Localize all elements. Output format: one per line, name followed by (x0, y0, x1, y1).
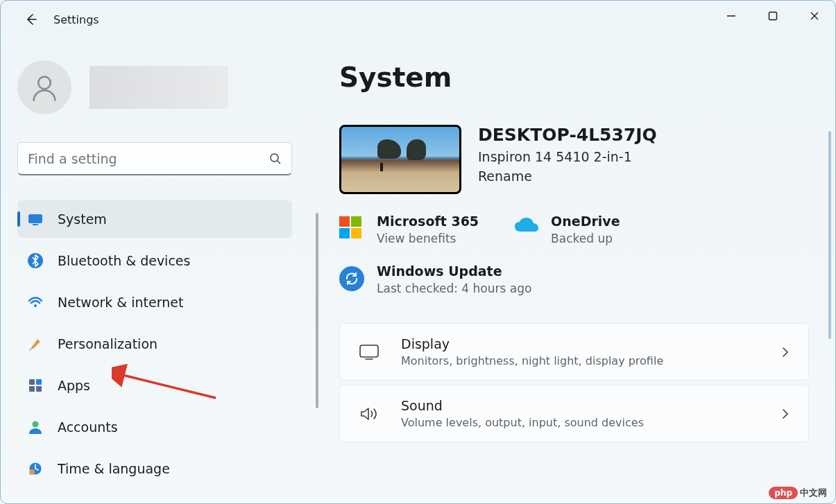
watermark: php 中文网 (769, 487, 827, 499)
svg-rect-0 (769, 12, 777, 20)
sound-icon (357, 401, 382, 426)
sidebar-item-network[interactable]: Network & internet (17, 284, 292, 321)
quick-sub: View benefits (377, 232, 479, 245)
sidebar-item-label: Network & internet (58, 295, 183, 310)
svg-rect-9 (29, 386, 35, 392)
onedrive-link[interactable]: OneDrive Backed up (513, 214, 620, 245)
svg-point-11 (33, 422, 39, 428)
sidebar-item-system[interactable]: System (17, 200, 292, 238)
back-button[interactable] (19, 7, 44, 32)
quick-title: Microsoft 365 (377, 214, 479, 229)
svg-point-1 (38, 77, 51, 89)
update-title: Windows Update (377, 263, 531, 279)
quick-sub: Backed up (551, 232, 620, 245)
quick-title: OneDrive (551, 214, 620, 229)
chevron-right-icon (779, 408, 792, 420)
svg-point-2 (271, 154, 278, 162)
page-title: System (339, 62, 809, 93)
sidebar-item-accounts[interactable]: Accounts (17, 408, 292, 446)
display-icon (357, 340, 382, 365)
rename-link[interactable]: Rename (478, 168, 532, 184)
svg-rect-8 (36, 379, 42, 385)
svg-point-6 (34, 304, 37, 307)
avatar (17, 60, 71, 114)
wifi-icon (27, 294, 44, 311)
bluetooth-icon (27, 252, 44, 269)
sidebar-scrollbar[interactable] (316, 213, 318, 408)
clock-globe-icon (27, 460, 44, 477)
profile-name-placeholder (89, 66, 228, 109)
svg-rect-3 (28, 214, 42, 223)
sidebar: System Bluetooth & devices Network & int… (1, 38, 320, 503)
minimize-button[interactable] (710, 1, 752, 31)
sidebar-item-label: Time & language (58, 461, 170, 476)
maximize-button[interactable] (752, 1, 794, 31)
sidebar-item-label: Personalization (58, 336, 157, 351)
microsoft-365-link[interactable]: Microsoft 365 View benefits (339, 214, 479, 245)
sidebar-item-time[interactable]: Time & language (17, 450, 292, 487)
watermark-text: 中文网 (800, 487, 827, 499)
person-icon (27, 419, 44, 435)
search-icon (269, 153, 282, 165)
sidebar-item-bluetooth[interactable]: Bluetooth & devices (17, 242, 292, 279)
wallpaper-thumbnail[interactable] (339, 125, 461, 194)
svg-rect-15 (360, 345, 378, 357)
search-input[interactable] (28, 151, 269, 166)
svg-rect-10 (36, 386, 42, 392)
monitor-icon (27, 211, 44, 227)
chevron-right-icon (779, 346, 792, 358)
apps-icon (27, 377, 44, 394)
brush-icon (27, 336, 44, 352)
card-sub: Monitors, brightness, night light, displ… (401, 354, 779, 367)
main-content: System DESKTOP-4L537JQ Inspiron 14 5410 … (320, 38, 835, 503)
windows-update-link[interactable]: Windows Update Last checked: 4 hours ago (339, 263, 809, 295)
device-name: DESKTOP-4L537JQ (478, 125, 657, 145)
profile-section[interactable] (17, 60, 305, 114)
search-box[interactable] (17, 142, 292, 175)
card-title: Display (401, 336, 779, 351)
device-section: DESKTOP-4L537JQ Inspiron 14 5410 2-in-1 … (339, 125, 809, 194)
svg-rect-4 (33, 224, 38, 225)
device-model: Inspiron 14 5410 2-in-1 (478, 149, 657, 164)
sidebar-item-label: System (58, 211, 107, 227)
sidebar-item-label: Bluetooth & devices (58, 253, 190, 268)
sound-card[interactable]: Sound Volume levels, output, input, soun… (339, 385, 809, 442)
sync-icon (339, 266, 364, 291)
card-title: Sound (401, 398, 779, 413)
microsoft-logo-icon (339, 216, 364, 241)
watermark-badge: php (769, 487, 798, 499)
update-sub: Last checked: 4 hours ago (377, 281, 531, 295)
display-card[interactable]: Display Monitors, brightness, night ligh… (339, 323, 809, 381)
sidebar-item-label: Accounts (58, 419, 118, 435)
sidebar-item-label: Apps (58, 378, 90, 393)
app-title: Settings (53, 13, 99, 26)
close-button[interactable] (794, 1, 835, 31)
svg-rect-7 (29, 379, 35, 385)
sidebar-item-apps[interactable]: Apps (17, 367, 292, 404)
cloud-icon (513, 216, 538, 241)
card-sub: Volume levels, output, input, sound devi… (401, 416, 779, 429)
sidebar-item-personalization[interactable]: Personalization (17, 325, 292, 363)
content-scrollbar[interactable] (828, 131, 831, 339)
svg-point-14 (29, 469, 35, 475)
